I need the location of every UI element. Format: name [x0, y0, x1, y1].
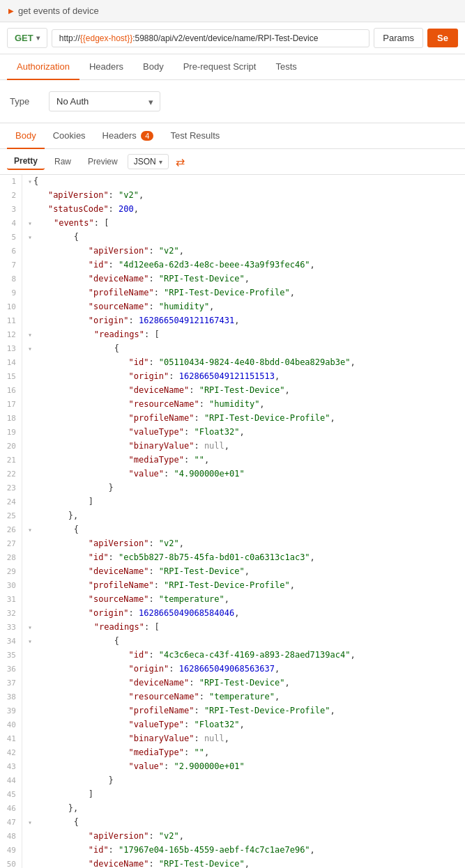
resp-tab-body[interactable]: Body	[7, 123, 45, 149]
line-content: "id": "ecb5b827-8b75-45fa-bd01-c0a6313c1…	[28, 551, 465, 565]
tab-headers[interactable]: Headers	[79, 54, 133, 80]
json-line: 4▾ "events": [	[0, 217, 465, 231]
line-number: 37	[0, 676, 22, 690]
line-number: 36	[0, 662, 22, 676]
line-number: 43	[0, 760, 22, 774]
resp-tab-headers[interactable]: Headers 4	[94, 123, 162, 149]
fmt-raw-btn[interactable]: Raw	[47, 154, 78, 169]
fmt-preview-btn[interactable]: Preview	[81, 154, 125, 169]
response-header: Body Cookies Headers 4 Test Results	[0, 123, 465, 149]
json-line: 11 "origin": 1628665049121167431,	[0, 314, 465, 328]
line-number: 7	[0, 258, 22, 272]
line-number: 2	[0, 189, 22, 203]
method-caret: ▾	[36, 34, 40, 42]
line-number: 16	[0, 384, 22, 398]
tab-body[interactable]: Body	[133, 54, 174, 80]
line-content: "apiVersion": "v2",	[28, 245, 465, 258]
params-button[interactable]: Params	[374, 28, 423, 48]
line-content: "profileName": "RPI-Test-Device-Profile"…	[28, 286, 465, 300]
line-content: "origin": 1628665049068584046,	[28, 607, 465, 621]
json-line: 7 "id": "4d12ee6a-62d3-4e8c-beee-43a9f93…	[0, 258, 465, 272]
line-content: },	[28, 802, 465, 816]
collection-bar: ▶ get events of device	[0, 0, 465, 22]
fold-arrow-icon[interactable]: ▾	[28, 233, 32, 241]
line-number: 1	[0, 175, 22, 189]
json-line: 43 "value": "2.900000e+01"	[0, 760, 465, 774]
line-number: 33	[0, 621, 22, 635]
line-number: 20	[0, 440, 22, 454]
line-number: 4	[0, 217, 22, 231]
line-content: "deviceName": "RPI-Test-Device",	[28, 565, 465, 579]
json-line: 3 "statusCode": 200,	[0, 203, 465, 217]
line-number: 50	[0, 858, 22, 868]
fmt-pretty-btn[interactable]: Pretty	[7, 153, 45, 170]
fold-arrow-icon[interactable]: ▾	[28, 345, 32, 352]
json-line: 34▾ {	[0, 635, 465, 649]
json-line: 25 },	[0, 509, 465, 523]
json-line: 35 "id": "4c3c6eca-c43f-4169-a893-28aed7…	[0, 649, 465, 662]
fold-arrow-icon[interactable]: ▾	[28, 637, 32, 645]
json-line: 38 "resourceName": "temperature",	[0, 690, 465, 704]
fold-arrow-icon[interactable]: ▾	[28, 219, 32, 227]
fold-arrow-icon[interactable]: ▾	[28, 623, 32, 631]
json-line: 40 "valueType": "Float32",	[0, 718, 465, 732]
resp-tab-test-results[interactable]: Test Results	[162, 123, 228, 149]
line-content: "id": "4d12ee6a-62d3-4e8c-beee-43a9f93fe…	[28, 258, 465, 272]
line-content: ▾ {	[28, 816, 465, 830]
line-number: 24	[0, 495, 22, 509]
json-line: 2 "apiVersion": "v2",	[0, 189, 465, 203]
line-number: 46	[0, 802, 22, 816]
line-number: 21	[0, 454, 22, 467]
line-content: ▾ {	[28, 635, 465, 649]
json-line: 36 "origin": 1628665049068563637,	[0, 662, 465, 676]
json-line: 46 },	[0, 802, 465, 816]
format-select[interactable]: JSON	[128, 154, 169, 169]
wrap-icon[interactable]: ⇄	[176, 155, 185, 169]
tab-authorization[interactable]: Authorization	[7, 54, 79, 80]
line-content: "binaryValue": null,	[28, 440, 465, 454]
fold-arrow-icon[interactable]: ▾	[28, 526, 32, 534]
json-line: 17 "resourceName": "humidity",	[0, 398, 465, 412]
json-line: 26▾ {	[0, 523, 465, 537]
auth-type-select[interactable]: No Auth	[49, 91, 160, 111]
line-number: 42	[0, 746, 22, 760]
fold-arrow-icon[interactable]: ▾	[28, 178, 32, 185]
json-line: 39 "profileName": "RPI-Test-Device-Profi…	[0, 704, 465, 718]
url-prefix: http://	[59, 33, 80, 43]
line-number: 15	[0, 370, 22, 384]
json-line: 48 "apiVersion": "v2",	[0, 830, 465, 844]
json-line: 20 "binaryValue": null,	[0, 440, 465, 454]
fold-arrow-icon[interactable]: ▾	[28, 819, 32, 826]
line-number: 39	[0, 704, 22, 718]
line-number: 8	[0, 272, 22, 286]
resp-tab-cookies[interactable]: Cookies	[45, 123, 94, 149]
json-line: 6 "apiVersion": "v2",	[0, 245, 465, 258]
line-number: 30	[0, 579, 22, 593]
url-display[interactable]: http://{{edgex-host}}:59880/api/v2/event…	[52, 29, 370, 47]
line-content: "origin": 1628665049068563637,	[28, 662, 465, 676]
line-content: "deviceName": "RPI-Test-Device",	[28, 272, 465, 286]
line-number: 49	[0, 844, 22, 858]
json-viewer: 1▾{2 "apiVersion": "v2",3 "statusCode": …	[0, 175, 465, 868]
tab-pre-request[interactable]: Pre-request Script	[174, 54, 266, 80]
line-content: ▾ {	[28, 342, 465, 356]
send-button[interactable]: Se	[427, 29, 458, 47]
json-line: 19 "valueType": "Float32",	[0, 426, 465, 440]
line-content: "value": "2.900000e+01"	[28, 760, 465, 774]
json-line: 27 "apiVersion": "v2",	[0, 537, 465, 551]
json-line: 29 "deviceName": "RPI-Test-Device",	[0, 565, 465, 579]
line-number: 19	[0, 426, 22, 440]
fold-arrow-icon[interactable]: ▾	[28, 331, 32, 339]
tab-tests[interactable]: Tests	[266, 54, 306, 80]
auth-select-wrapper[interactable]: No Auth	[49, 91, 160, 111]
line-content: "binaryValue": null,	[28, 732, 465, 746]
line-content: "valueType": "Float32",	[28, 718, 465, 732]
json-line: 23 }	[0, 481, 465, 495]
line-content: "deviceName": "RPI-Test-Device",	[28, 384, 465, 398]
line-content: "profileName": "RPI-Test-Device-Profile"…	[28, 704, 465, 718]
line-content: ]	[28, 788, 465, 802]
method-button[interactable]: GET ▾	[7, 28, 47, 48]
line-number: 17	[0, 398, 22, 412]
line-content: "apiVersion": "v2",	[28, 830, 465, 844]
line-content: "profileName": "RPI-Test-Device-Profile"…	[28, 412, 465, 426]
